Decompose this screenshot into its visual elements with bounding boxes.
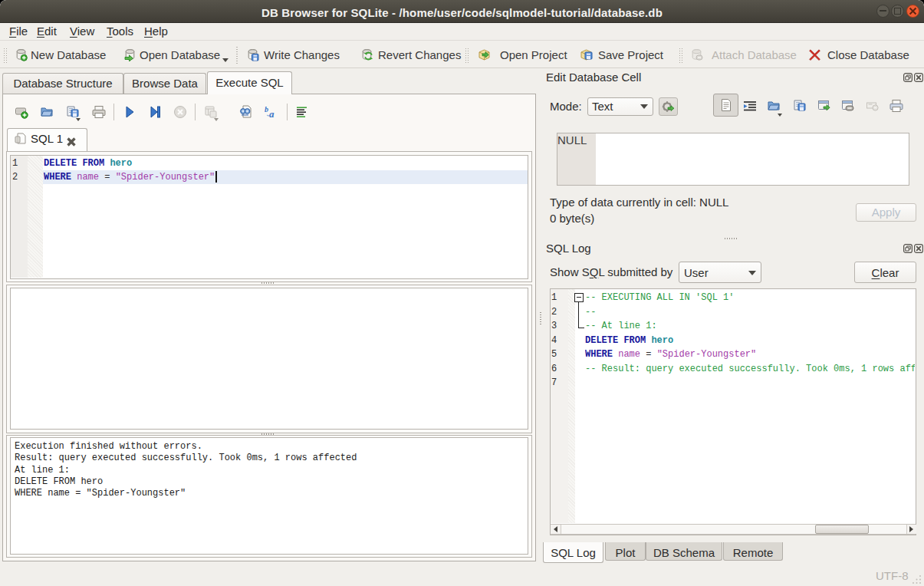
svg-text:b: b (265, 105, 268, 114)
